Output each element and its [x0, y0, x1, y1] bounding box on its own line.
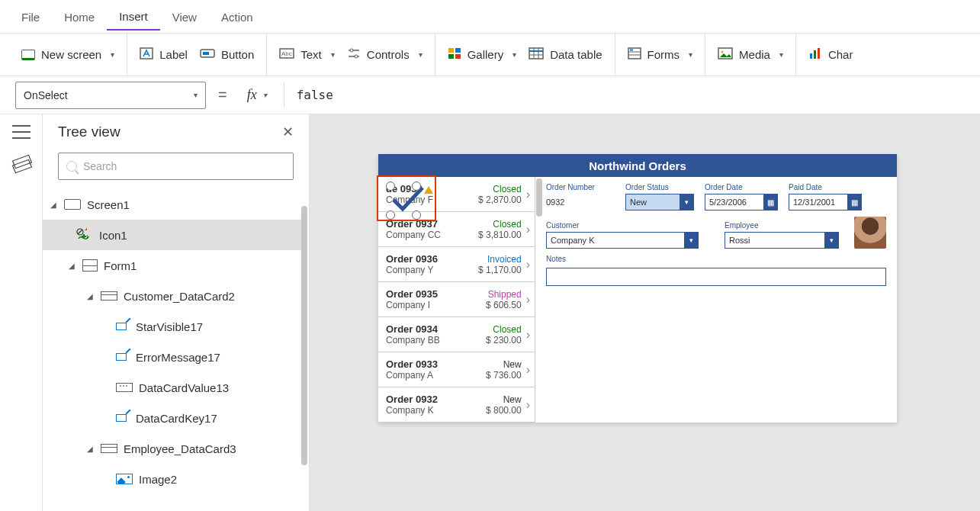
media-button[interactable]: Media ▾	[718, 47, 783, 62]
table-icon	[529, 47, 544, 62]
gallery-row[interactable]: Order 0937Company CCClosed$ 3,810.00›	[378, 212, 535, 247]
input-icon	[116, 383, 133, 392]
tree-list: ◢ Screen1 Icon1 ◢ Form1 ◢ Customer_DataC…	[43, 189, 309, 511]
order-status-label: Order Status	[625, 183, 694, 191]
employee-dropdown[interactable]: Rossi ▾	[725, 232, 839, 249]
hamburger-icon[interactable]	[12, 125, 31, 139]
order-number-value: 0932	[546, 194, 615, 211]
tree-label: DataCardValue13	[139, 381, 229, 394]
label-button[interactable]: Label	[140, 47, 188, 62]
label-edit-icon	[116, 352, 130, 362]
tree-view-rail-button[interactable]	[0, 157, 36, 172]
notes-input[interactable]	[546, 268, 886, 286]
collapse-icon[interactable]: ◢	[49, 201, 58, 209]
chevron-down-icon: ▾	[194, 91, 198, 99]
chart-icon	[808, 47, 822, 62]
chart-button[interactable]: Char	[808, 47, 853, 62]
chevron-down-icon: ▾	[419, 50, 423, 59]
button-text: Button	[221, 48, 254, 61]
resize-handle[interactable]	[412, 211, 421, 220]
forms-label: Forms	[647, 48, 680, 61]
tree-label: StarVisible17	[136, 320, 203, 333]
order-amount: $ 736.00	[486, 370, 522, 381]
controls-button[interactable]: Controls ▾	[347, 47, 423, 62]
paid-date-picker[interactable]: 12/31/2001 ▦	[789, 194, 862, 211]
chevron-down-icon: ▾	[689, 50, 692, 59]
formula-bar: OnSelect ▾ = fx ▾ false	[0, 76, 980, 114]
formula-input[interactable]: false	[284, 82, 965, 108]
collapse-icon[interactable]: ◢	[67, 262, 76, 270]
gallery-button[interactable]: Gallery ▾	[448, 47, 517, 62]
gallery-row[interactable]: Order 0934Company BBClosed$ 230.00›	[378, 317, 535, 352]
chevron-down-icon: ▾	[512, 50, 516, 59]
property-selector[interactable]: OnSelect ▾	[15, 82, 206, 109]
resize-handle[interactable]	[386, 182, 395, 191]
customer-dropdown[interactable]: Company K ▾	[546, 232, 699, 249]
order-gallery[interactable]: de 0938Company FClosed$ 2,870.00›Order 0…	[378, 177, 535, 423]
order-title: Order 0933	[386, 358, 486, 370]
menu-action[interactable]: Action	[209, 3, 265, 30]
collapse-icon[interactable]: ◢	[85, 292, 95, 300]
svg-rect-9	[448, 48, 454, 53]
fx-button[interactable]: fx ▾	[239, 87, 275, 103]
order-company: Company Y	[386, 265, 478, 275]
form-icon	[82, 259, 98, 272]
svg-point-8	[355, 55, 358, 58]
forms-button[interactable]: Forms ▾	[628, 47, 693, 62]
tree-node-datacardvalue[interactable]: DataCardValue13	[43, 372, 306, 403]
app-preview: Northwind Orders de 0938Company FClosed$…	[378, 154, 897, 423]
svg-point-23	[721, 51, 724, 53]
tree-node-employee-card[interactable]: ◢ Employee_DataCard3	[43, 433, 306, 464]
menu-view[interactable]: View	[160, 3, 209, 30]
search-input[interactable]: Search	[58, 153, 294, 180]
gallery-row[interactable]: Order 0936Company YInvoiced$ 1,170.00›	[378, 247, 535, 282]
menu-home[interactable]: Home	[52, 3, 107, 30]
resize-handle[interactable]	[412, 182, 421, 191]
gallery-row[interactable]: Order 0933Company ANew$ 736.00›	[378, 352, 535, 387]
tree-node-starvisible[interactable]: StarVisible17	[43, 311, 306, 342]
svg-rect-11	[448, 54, 454, 59]
tree-label: Screen1	[87, 198, 130, 211]
gallery-row[interactable]: Order 0935Company IShipped$ 606.50›	[378, 282, 535, 317]
order-title: Order 0935	[386, 288, 486, 300]
text-button[interactable]: Abc Text ▾	[279, 48, 335, 61]
tree-node-image2[interactable]: Image2	[43, 464, 306, 494]
menu-insert[interactable]: Insert	[107, 2, 160, 31]
menu-bar: File Home Insert View Action	[0, 0, 980, 34]
close-icon[interactable]: ✕	[282, 124, 294, 140]
order-date-picker[interactable]: 5/23/2006 ▦	[705, 194, 778, 211]
chevron-right-icon: ›	[526, 258, 530, 272]
svg-rect-2	[203, 52, 209, 55]
tree-node-customer-card[interactable]: ◢ Customer_DataCard2	[43, 281, 306, 311]
resize-handle[interactable]	[386, 211, 395, 220]
app-title: Northwind Orders	[378, 154, 897, 177]
gallery-row[interactable]: Order 0932Company KNew$ 800.00›	[378, 387, 535, 423]
data-table-button[interactable]: Data table	[529, 47, 602, 62]
button-button[interactable]: Button	[200, 47, 254, 62]
scrollbar-thumb[interactable]	[536, 178, 542, 217]
canvas[interactable]: Northwind Orders de 0938Company FClosed$…	[310, 114, 980, 511]
tree-node-datacardkey[interactable]: DataCardKey17	[43, 403, 306, 433]
order-status: Closed	[478, 219, 522, 230]
scrollbar-thumb[interactable]	[301, 206, 307, 465]
tree-node-form1[interactable]: ◢ Form1	[43, 250, 306, 281]
tree-node-errormessage[interactable]: ErrorMessage17	[43, 342, 306, 372]
svg-rect-10	[455, 48, 461, 53]
order-status-dropdown[interactable]: New ▾	[625, 194, 694, 211]
tree-node-icon1[interactable]: Icon1	[43, 220, 306, 250]
svg-rect-30	[82, 236, 86, 237]
tree-node-screen1[interactable]: ◢ Screen1	[43, 189, 306, 220]
order-title: Order 0936	[386, 253, 478, 265]
svg-rect-24	[810, 53, 812, 59]
order-status: Closed	[486, 324, 522, 335]
fx-label: fx	[247, 87, 257, 103]
chevron-right-icon: ›	[526, 328, 530, 342]
new-screen-button[interactable]: New screen ▾	[21, 48, 114, 61]
menu-file[interactable]: File	[9, 3, 52, 30]
order-amount: $ 606.50	[486, 300, 522, 310]
employee-value: Rossi	[729, 236, 750, 245]
collapse-icon[interactable]: ◢	[85, 445, 95, 453]
svg-rect-21	[630, 50, 633, 51]
svg-line-28	[78, 230, 82, 234]
customer-value: Company K	[551, 236, 594, 245]
